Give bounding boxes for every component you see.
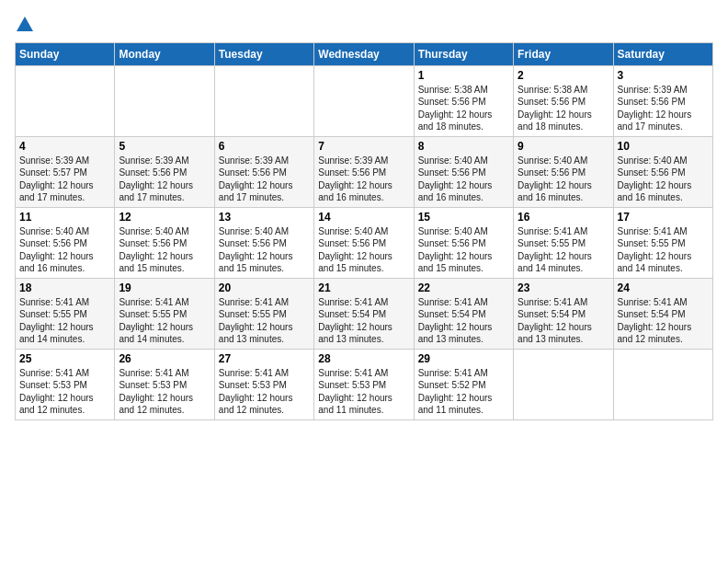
day-number: 25 — [19, 352, 110, 365]
day-number: 20 — [219, 282, 310, 294]
day-number: 24 — [618, 282, 709, 294]
day-number: 4 — [19, 140, 110, 153]
day-info: Sunrise: 5:41 AM Sunset: 5:54 PM Dayligh… — [618, 296, 709, 346]
day-number: 5 — [119, 140, 210, 153]
day-number: 1 — [418, 69, 509, 82]
day-info: Sunrise: 5:40 AM Sunset: 5:56 PM Dayligh… — [618, 155, 709, 204]
calendar-cell: 25Sunrise: 5:41 AM Sunset: 5:53 PM Dayli… — [16, 349, 115, 419]
calendar-header-thursday: Thursday — [414, 42, 513, 65]
day-info: Sunrise: 5:40 AM Sunset: 5:56 PM Dayligh… — [518, 155, 609, 204]
calendar-cell: 18Sunrise: 5:41 AM Sunset: 5:55 PM Dayli… — [16, 278, 115, 349]
day-info: Sunrise: 5:41 AM Sunset: 5:54 PM Dayligh… — [418, 296, 509, 346]
calendar-week-5: 25Sunrise: 5:41 AM Sunset: 5:53 PM Dayli… — [16, 349, 713, 419]
day-number: 18 — [19, 282, 110, 294]
day-info: Sunrise: 5:41 AM Sunset: 5:55 PM Dayligh… — [219, 296, 310, 346]
calendar-cell: 24Sunrise: 5:41 AM Sunset: 5:54 PM Dayli… — [613, 278, 712, 349]
calendar-cell: 10Sunrise: 5:40 AM Sunset: 5:56 PM Dayli… — [613, 136, 712, 207]
day-info: Sunrise: 5:39 AM Sunset: 5:57 PM Dayligh… — [19, 155, 110, 204]
calendar-week-4: 18Sunrise: 5:41 AM Sunset: 5:55 PM Dayli… — [16, 278, 713, 349]
day-info: Sunrise: 5:41 AM Sunset: 5:55 PM Dayligh… — [618, 225, 709, 275]
day-number: 15 — [418, 211, 509, 224]
calendar-cell: 2Sunrise: 5:38 AM Sunset: 5:56 PM Daylig… — [514, 65, 613, 136]
calendar-cell — [314, 65, 414, 136]
calendar-cell: 26Sunrise: 5:41 AM Sunset: 5:53 PM Dayli… — [115, 349, 214, 419]
calendar-cell: 23Sunrise: 5:41 AM Sunset: 5:54 PM Dayli… — [514, 278, 613, 349]
day-info: Sunrise: 5:40 AM Sunset: 5:56 PM Dayligh… — [418, 225, 509, 275]
day-info: Sunrise: 5:39 AM Sunset: 5:56 PM Dayligh… — [318, 155, 409, 204]
day-info: Sunrise: 5:40 AM Sunset: 5:56 PM Dayligh… — [19, 225, 110, 275]
calendar-cell: 16Sunrise: 5:41 AM Sunset: 5:55 PM Dayli… — [514, 207, 613, 278]
calendar-cell — [214, 65, 313, 136]
day-number: 9 — [518, 140, 609, 153]
calendar-header-friday: Friday — [514, 42, 613, 65]
calendar-cell: 17Sunrise: 5:41 AM Sunset: 5:55 PM Dayli… — [613, 207, 712, 278]
calendar-cell: 11Sunrise: 5:40 AM Sunset: 5:56 PM Dayli… — [16, 207, 115, 278]
day-number: 10 — [618, 140, 709, 153]
day-number: 11 — [19, 211, 110, 224]
calendar-cell: 8Sunrise: 5:40 AM Sunset: 5:56 PM Daylig… — [414, 136, 513, 207]
day-info: Sunrise: 5:40 AM Sunset: 5:56 PM Dayligh… — [119, 225, 210, 275]
calendar-cell: 29Sunrise: 5:41 AM Sunset: 5:52 PM Dayli… — [414, 349, 513, 419]
calendar-week-1: 1Sunrise: 5:38 AM Sunset: 5:56 PM Daylig… — [16, 65, 713, 136]
calendar-cell: 21Sunrise: 5:41 AM Sunset: 5:54 PM Dayli… — [314, 278, 414, 349]
day-info: Sunrise: 5:41 AM Sunset: 5:53 PM Dayligh… — [19, 367, 110, 417]
day-number: 23 — [518, 282, 609, 294]
day-info: Sunrise: 5:41 AM Sunset: 5:54 PM Dayligh… — [318, 296, 409, 346]
day-info: Sunrise: 5:41 AM Sunset: 5:53 PM Dayligh… — [119, 367, 210, 417]
calendar-cell: 28Sunrise: 5:41 AM Sunset: 5:53 PM Dayli… — [314, 349, 414, 419]
calendar-cell: 1Sunrise: 5:38 AM Sunset: 5:56 PM Daylig… — [414, 65, 513, 136]
calendar-body: 1Sunrise: 5:38 AM Sunset: 5:56 PM Daylig… — [16, 65, 713, 419]
calendar-cell: 20Sunrise: 5:41 AM Sunset: 5:55 PM Dayli… — [214, 278, 313, 349]
day-number: 7 — [318, 140, 409, 153]
day-number: 2 — [518, 69, 609, 82]
day-info: Sunrise: 5:41 AM Sunset: 5:55 PM Dayligh… — [518, 225, 609, 275]
logo — [15, 15, 33, 33]
day-info: Sunrise: 5:39 AM Sunset: 5:56 PM Dayligh… — [219, 155, 310, 204]
day-number: 29 — [418, 352, 509, 365]
calendar-week-2: 4Sunrise: 5:39 AM Sunset: 5:57 PM Daylig… — [16, 136, 713, 207]
calendar-cell: 9Sunrise: 5:40 AM Sunset: 5:56 PM Daylig… — [514, 136, 613, 207]
day-info: Sunrise: 5:40 AM Sunset: 5:56 PM Dayligh… — [219, 225, 310, 275]
day-number: 19 — [119, 282, 210, 294]
calendar-cell — [613, 349, 712, 419]
day-info: Sunrise: 5:41 AM Sunset: 5:54 PM Dayligh… — [518, 296, 609, 346]
calendar-cell: 4Sunrise: 5:39 AM Sunset: 5:57 PM Daylig… — [16, 136, 115, 207]
day-number: 3 — [618, 69, 709, 82]
day-info: Sunrise: 5:41 AM Sunset: 5:55 PM Dayligh… — [119, 296, 210, 346]
calendar-header-tuesday: Tuesday — [214, 42, 313, 65]
calendar-cell: 14Sunrise: 5:40 AM Sunset: 5:56 PM Dayli… — [314, 207, 414, 278]
calendar-cell: 27Sunrise: 5:41 AM Sunset: 5:53 PM Dayli… — [214, 349, 313, 419]
calendar-cell: 3Sunrise: 5:39 AM Sunset: 5:56 PM Daylig… — [613, 65, 712, 136]
day-number: 21 — [318, 282, 409, 294]
day-number: 13 — [219, 211, 310, 224]
calendar-cell — [16, 65, 115, 136]
day-number: 22 — [418, 282, 509, 294]
day-number: 17 — [618, 211, 709, 224]
calendar-header-sunday: Sunday — [16, 42, 115, 65]
day-info: Sunrise: 5:40 AM Sunset: 5:56 PM Dayligh… — [418, 155, 509, 204]
calendar-cell: 13Sunrise: 5:40 AM Sunset: 5:56 PM Dayli… — [214, 207, 313, 278]
calendar-header-wednesday: Wednesday — [314, 42, 414, 65]
calendar-header-monday: Monday — [115, 42, 214, 65]
calendar-cell — [115, 65, 214, 136]
calendar-week-3: 11Sunrise: 5:40 AM Sunset: 5:56 PM Dayli… — [16, 207, 713, 278]
page-header — [15, 15, 713, 33]
calendar-cell: 12Sunrise: 5:40 AM Sunset: 5:56 PM Dayli… — [115, 207, 214, 278]
day-info: Sunrise: 5:40 AM Sunset: 5:56 PM Dayligh… — [318, 225, 409, 275]
calendar-table: SundayMondayTuesdayWednesdayThursdayFrid… — [15, 42, 713, 420]
svg-marker-0 — [17, 17, 33, 31]
calendar-cell: 6Sunrise: 5:39 AM Sunset: 5:56 PM Daylig… — [214, 136, 313, 207]
logo-icon — [17, 17, 33, 31]
calendar-cell: 5Sunrise: 5:39 AM Sunset: 5:56 PM Daylig… — [115, 136, 214, 207]
calendar-header-saturday: Saturday — [613, 42, 712, 65]
day-number: 6 — [219, 140, 310, 153]
day-info: Sunrise: 5:39 AM Sunset: 5:56 PM Dayligh… — [119, 155, 210, 204]
day-number: 12 — [119, 211, 210, 224]
day-number: 8 — [418, 140, 509, 153]
day-info: Sunrise: 5:41 AM Sunset: 5:53 PM Dayligh… — [318, 367, 409, 417]
day-info: Sunrise: 5:41 AM Sunset: 5:53 PM Dayligh… — [219, 367, 310, 417]
day-info: Sunrise: 5:38 AM Sunset: 5:56 PM Dayligh… — [418, 84, 509, 133]
day-info: Sunrise: 5:41 AM Sunset: 5:55 PM Dayligh… — [19, 296, 110, 346]
day-number: 16 — [518, 211, 609, 224]
day-info: Sunrise: 5:38 AM Sunset: 5:56 PM Dayligh… — [518, 84, 609, 133]
